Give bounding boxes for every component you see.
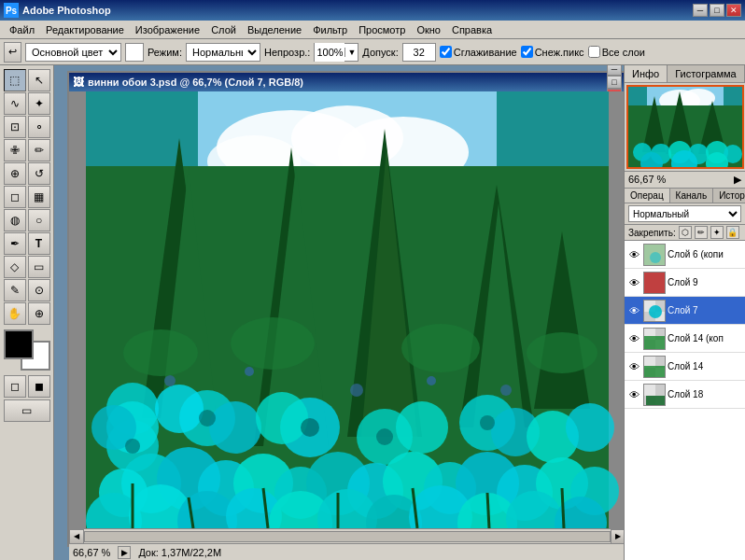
screen-mode-btn[interactable]: ▭ xyxy=(4,399,50,422)
layer-name: Слой 6 (копи xyxy=(668,249,743,259)
blend-mode-dropdown[interactable]: Нормальный xyxy=(186,43,260,62)
dodge-tool-btn[interactable]: ○ xyxy=(28,209,50,231)
slice-tool-btn[interactable]: ⚬ xyxy=(28,116,50,138)
menu-select[interactable]: Выделение xyxy=(242,22,307,37)
opacity-input[interactable] xyxy=(315,43,344,62)
layer-item[interactable]: 👁 Слой 14 xyxy=(625,353,745,381)
scroll-right-btn[interactable]: ▶ xyxy=(611,529,624,544)
layer-item[interactable]: 👁 Слой 9 xyxy=(625,269,745,297)
layer-visibility-icon[interactable]: 👁 xyxy=(626,331,641,346)
layer-visibility-icon[interactable]: 👁 xyxy=(626,359,641,374)
menu-edit[interactable]: Редактирование xyxy=(40,22,130,37)
quickmask-btn[interactable]: ◼ xyxy=(28,375,50,398)
zoom-arrow[interactable]: ▶ xyxy=(734,174,741,186)
contiguous-checkbox[interactable] xyxy=(521,46,533,58)
color-swatch[interactable] xyxy=(125,43,144,62)
layer-blend-mode-dropdown[interactable]: Нормальный xyxy=(628,205,741,222)
tool-options-button[interactable]: ↩ xyxy=(4,42,21,63)
app-title: Adobe Photoshop xyxy=(22,5,693,16)
maximize-button[interactable]: □ xyxy=(710,4,724,17)
healing-tool-btn[interactable]: ✙ xyxy=(4,139,26,161)
svg-line-62 xyxy=(562,488,564,528)
tab-info[interactable]: Инфо xyxy=(625,65,668,82)
layer-thumbnail xyxy=(643,384,666,406)
gradient-tool-btn[interactable]: ▦ xyxy=(28,186,50,208)
magic-wand-btn[interactable]: ✦ xyxy=(28,92,50,115)
svg-point-63 xyxy=(125,439,140,454)
tool-row-2: ∿ ✦ xyxy=(4,92,50,115)
shape-tool-btn[interactable]: ▭ xyxy=(28,256,50,278)
crop-tool-btn[interactable]: ⊡ xyxy=(4,116,26,138)
menu-file[interactable]: Файл xyxy=(4,22,40,37)
info-tabs: Инфо Гистограмма xyxy=(625,65,745,83)
svg-point-95 xyxy=(650,252,661,263)
zoom-btn[interactable]: ▶ xyxy=(118,546,131,559)
pen-tool-btn[interactable]: ✒ xyxy=(4,232,26,255)
all-layers-checkbox-label: Все слои xyxy=(588,46,645,58)
menu-image[interactable]: Изображение xyxy=(130,22,205,37)
lock-transparency-btn[interactable]: ⬡ xyxy=(679,226,692,239)
path-select-btn[interactable]: ◇ xyxy=(4,256,26,278)
svg-point-72 xyxy=(500,385,512,396)
layer-visibility-icon[interactable]: 👁 xyxy=(626,247,641,262)
opacity-arrow[interactable]: ▼ xyxy=(344,48,358,57)
layer-visibility-icon[interactable]: 👁 xyxy=(626,387,641,402)
layer-visibility-icon[interactable]: 👁 xyxy=(626,275,641,290)
zoom-tool-btn[interactable]: ⊕ xyxy=(28,302,50,325)
lasso-tool-btn[interactable]: ∿ xyxy=(4,92,26,115)
doc-maximize-btn[interactable]: □ xyxy=(607,76,622,89)
zoom-value: 66,67 % xyxy=(628,174,666,185)
layer-item[interactable]: 👁 Слой 14 (коп xyxy=(625,325,745,353)
tab-channels[interactable]: Каналь xyxy=(670,189,714,203)
hand-tool-btn[interactable]: ✋ xyxy=(4,302,26,325)
layer-thumbnail xyxy=(643,244,666,266)
layer-item[interactable]: 👁 Слой 18 xyxy=(625,381,745,409)
marquee-tool-btn[interactable]: ⬚ xyxy=(4,69,26,91)
menu-view[interactable]: Просмотр xyxy=(353,22,411,37)
notes-tool-btn[interactable]: ✎ xyxy=(4,279,26,301)
aa-label: Сглаживание xyxy=(454,47,517,58)
foreground-color[interactable] xyxy=(4,329,34,359)
menu-window[interactable]: Окно xyxy=(411,22,446,37)
layer-item[interactable]: 👁 Слой 6 (копи xyxy=(625,241,745,269)
layer-visibility-icon[interactable]: 👁 xyxy=(626,303,641,318)
lock-paint-btn[interactable]: ✏ xyxy=(695,226,708,239)
tool-row-11: ✋ ⊕ xyxy=(4,302,50,325)
move-tool-btn[interactable]: ↖ xyxy=(28,69,50,91)
type-tool-btn[interactable]: T xyxy=(28,232,50,255)
eyedropper-btn[interactable]: ⊙ xyxy=(28,279,50,301)
menu-help[interactable]: Справка xyxy=(446,22,498,37)
tolerance-input[interactable] xyxy=(402,43,436,62)
tool-row-5: ⊕ ↺ xyxy=(4,162,50,185)
scroll-track[interactable] xyxy=(84,531,611,542)
history-btn[interactable]: ↺ xyxy=(28,162,50,185)
blur-tool-btn[interactable]: ◍ xyxy=(4,209,26,231)
brush-tool-btn[interactable]: ✏ xyxy=(28,139,50,161)
mode-label: Режим: xyxy=(148,47,182,58)
close-button[interactable]: ✕ xyxy=(726,4,741,17)
menu-layer[interactable]: Слой xyxy=(205,22,242,37)
minimize-button[interactable]: ─ xyxy=(693,4,708,17)
toolbox: ⬚ ↖ ∿ ✦ ⊡ ⚬ ✙ ✏ ⊕ ↺ ◻ ▦ ◍ ○ ✒ T xyxy=(0,65,54,560)
all-layers-checkbox[interactable] xyxy=(588,46,600,58)
view-row-1: ◻ ◼ xyxy=(4,375,50,398)
all-layers-label: Все слои xyxy=(602,47,645,58)
menu-filter[interactable]: Фильтр xyxy=(307,22,353,37)
tab-operations[interactable]: Операц xyxy=(625,189,670,203)
stamp-tool-btn[interactable]: ⊕ xyxy=(4,162,26,185)
normal-mode-btn[interactable]: ◻ xyxy=(4,375,26,398)
lock-position-btn[interactable]: ✦ xyxy=(710,226,724,239)
svg-rect-110 xyxy=(644,385,655,396)
doc-minimize-btn[interactable]: ─ xyxy=(607,65,622,76)
h-scrollbar[interactable]: ◀ ▶ xyxy=(69,528,624,543)
tab-history[interactable]: Истори xyxy=(713,189,745,203)
aa-checkbox[interactable] xyxy=(440,46,452,58)
scroll-left-btn[interactable]: ◀ xyxy=(69,529,84,544)
eraser-tool-btn[interactable]: ◻ xyxy=(4,186,26,208)
doc-icon: 🖼 xyxy=(73,76,84,89)
layer-item-active[interactable]: 👁 Слой 7 xyxy=(625,297,745,325)
lock-all-btn[interactable]: 🔒 xyxy=(726,226,739,239)
opacity-label: Непрозр.: xyxy=(264,47,310,58)
tab-histogram[interactable]: Гистограмма xyxy=(668,65,745,82)
color-mode-dropdown[interactable]: Основной цвет xyxy=(25,43,121,62)
